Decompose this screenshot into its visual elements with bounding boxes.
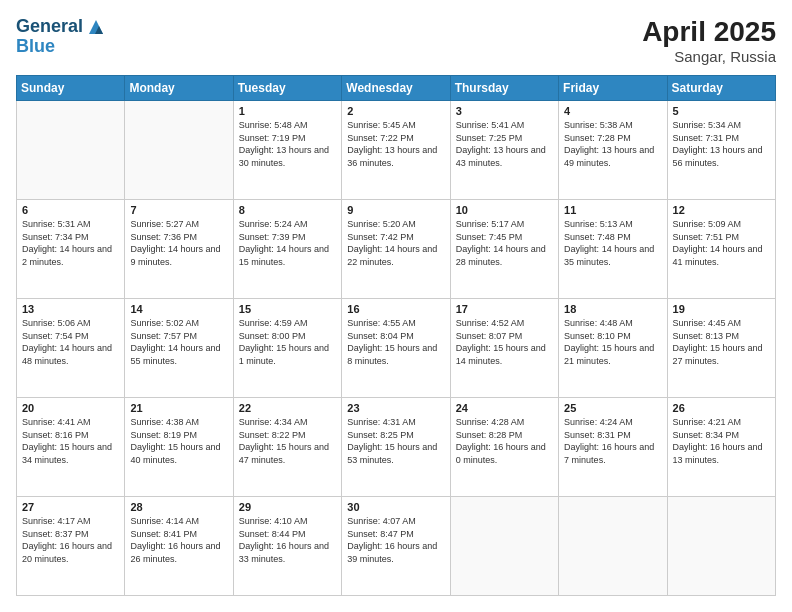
day-number: 25 [564,402,661,414]
day-number: 20 [22,402,119,414]
day-cell-1-5: 3Sunrise: 5:41 AM Sunset: 7:25 PM Daylig… [450,101,558,200]
day-info: Sunrise: 5:31 AM Sunset: 7:34 PM Dayligh… [22,218,119,268]
day-cell-2-6: 11Sunrise: 5:13 AM Sunset: 7:48 PM Dayli… [559,200,667,299]
day-cell-1-1 [17,101,125,200]
day-cell-2-3: 8Sunrise: 5:24 AM Sunset: 7:39 PM Daylig… [233,200,341,299]
day-info: Sunrise: 4:10 AM Sunset: 8:44 PM Dayligh… [239,515,336,565]
day-info: Sunrise: 4:28 AM Sunset: 8:28 PM Dayligh… [456,416,553,466]
calendar-table: SundayMondayTuesdayWednesdayThursdayFrid… [16,75,776,596]
week-row-5: 27Sunrise: 4:17 AM Sunset: 8:37 PM Dayli… [17,497,776,596]
day-cell-5-1: 27Sunrise: 4:17 AM Sunset: 8:37 PM Dayli… [17,497,125,596]
day-info: Sunrise: 5:27 AM Sunset: 7:36 PM Dayligh… [130,218,227,268]
day-info: Sunrise: 4:34 AM Sunset: 8:22 PM Dayligh… [239,416,336,466]
day-info: Sunrise: 5:09 AM Sunset: 7:51 PM Dayligh… [673,218,770,268]
weekday-header-tuesday: Tuesday [233,76,341,101]
day-cell-3-4: 16Sunrise: 4:55 AM Sunset: 8:04 PM Dayli… [342,299,450,398]
day-info: Sunrise: 5:13 AM Sunset: 7:48 PM Dayligh… [564,218,661,268]
logo-icon [85,16,107,38]
day-cell-1-7: 5Sunrise: 5:34 AM Sunset: 7:31 PM Daylig… [667,101,775,200]
day-info: Sunrise: 4:41 AM Sunset: 8:16 PM Dayligh… [22,416,119,466]
weekday-header-monday: Monday [125,76,233,101]
logo: General Blue [16,16,107,57]
day-number: 5 [673,105,770,117]
weekday-header-thursday: Thursday [450,76,558,101]
day-info: Sunrise: 4:14 AM Sunset: 8:41 PM Dayligh… [130,515,227,565]
day-cell-2-7: 12Sunrise: 5:09 AM Sunset: 7:51 PM Dayli… [667,200,775,299]
day-cell-4-4: 23Sunrise: 4:31 AM Sunset: 8:25 PM Dayli… [342,398,450,497]
day-info: Sunrise: 5:38 AM Sunset: 7:28 PM Dayligh… [564,119,661,169]
week-row-4: 20Sunrise: 4:41 AM Sunset: 8:16 PM Dayli… [17,398,776,497]
day-info: Sunrise: 5:41 AM Sunset: 7:25 PM Dayligh… [456,119,553,169]
day-number: 1 [239,105,336,117]
day-info: Sunrise: 4:21 AM Sunset: 8:34 PM Dayligh… [673,416,770,466]
weekday-header-wednesday: Wednesday [342,76,450,101]
weekday-header-saturday: Saturday [667,76,775,101]
day-cell-3-7: 19Sunrise: 4:45 AM Sunset: 8:13 PM Dayli… [667,299,775,398]
day-number: 2 [347,105,444,117]
day-info: Sunrise: 4:48 AM Sunset: 8:10 PM Dayligh… [564,317,661,367]
day-info: Sunrise: 4:52 AM Sunset: 8:07 PM Dayligh… [456,317,553,367]
week-row-2: 6Sunrise: 5:31 AM Sunset: 7:34 PM Daylig… [17,200,776,299]
day-cell-1-4: 2Sunrise: 5:45 AM Sunset: 7:22 PM Daylig… [342,101,450,200]
logo-text: General [16,16,107,38]
day-cell-5-4: 30Sunrise: 4:07 AM Sunset: 8:47 PM Dayli… [342,497,450,596]
day-cell-1-2 [125,101,233,200]
day-cell-5-3: 29Sunrise: 4:10 AM Sunset: 8:44 PM Dayli… [233,497,341,596]
month-title: April 2025 [642,16,776,48]
day-info: Sunrise: 4:07 AM Sunset: 8:47 PM Dayligh… [347,515,444,565]
day-cell-5-6 [559,497,667,596]
day-number: 6 [22,204,119,216]
day-number: 27 [22,501,119,513]
day-cell-2-1: 6Sunrise: 5:31 AM Sunset: 7:34 PM Daylig… [17,200,125,299]
day-info: Sunrise: 4:17 AM Sunset: 8:37 PM Dayligh… [22,515,119,565]
location-title: Sangar, Russia [642,48,776,65]
day-number: 16 [347,303,444,315]
day-number: 9 [347,204,444,216]
day-cell-4-1: 20Sunrise: 4:41 AM Sunset: 8:16 PM Dayli… [17,398,125,497]
day-cell-3-5: 17Sunrise: 4:52 AM Sunset: 8:07 PM Dayli… [450,299,558,398]
day-info: Sunrise: 5:45 AM Sunset: 7:22 PM Dayligh… [347,119,444,169]
day-number: 10 [456,204,553,216]
day-info: Sunrise: 5:20 AM Sunset: 7:42 PM Dayligh… [347,218,444,268]
day-cell-5-2: 28Sunrise: 4:14 AM Sunset: 8:41 PM Dayli… [125,497,233,596]
day-info: Sunrise: 4:55 AM Sunset: 8:04 PM Dayligh… [347,317,444,367]
day-cell-4-6: 25Sunrise: 4:24 AM Sunset: 8:31 PM Dayli… [559,398,667,497]
day-number: 28 [130,501,227,513]
day-info: Sunrise: 5:24 AM Sunset: 7:39 PM Dayligh… [239,218,336,268]
day-number: 26 [673,402,770,414]
day-number: 11 [564,204,661,216]
day-cell-1-3: 1Sunrise: 5:48 AM Sunset: 7:19 PM Daylig… [233,101,341,200]
day-number: 30 [347,501,444,513]
day-number: 3 [456,105,553,117]
day-info: Sunrise: 5:34 AM Sunset: 7:31 PM Dayligh… [673,119,770,169]
day-info: Sunrise: 5:17 AM Sunset: 7:45 PM Dayligh… [456,218,553,268]
day-info: Sunrise: 4:24 AM Sunset: 8:31 PM Dayligh… [564,416,661,466]
day-info: Sunrise: 4:38 AM Sunset: 8:19 PM Dayligh… [130,416,227,466]
day-number: 29 [239,501,336,513]
day-info: Sunrise: 4:31 AM Sunset: 8:25 PM Dayligh… [347,416,444,466]
day-cell-1-6: 4Sunrise: 5:38 AM Sunset: 7:28 PM Daylig… [559,101,667,200]
week-row-1: 1Sunrise: 5:48 AM Sunset: 7:19 PM Daylig… [17,101,776,200]
day-cell-2-5: 10Sunrise: 5:17 AM Sunset: 7:45 PM Dayli… [450,200,558,299]
day-cell-3-2: 14Sunrise: 5:02 AM Sunset: 7:57 PM Dayli… [125,299,233,398]
weekday-header-sunday: Sunday [17,76,125,101]
day-cell-4-7: 26Sunrise: 4:21 AM Sunset: 8:34 PM Dayli… [667,398,775,497]
day-number: 23 [347,402,444,414]
day-number: 19 [673,303,770,315]
day-cell-2-4: 9Sunrise: 5:20 AM Sunset: 7:42 PM Daylig… [342,200,450,299]
day-number: 12 [673,204,770,216]
day-cell-5-5 [450,497,558,596]
day-number: 8 [239,204,336,216]
page-header: General Blue April 2025 Sangar, Russia [16,16,776,65]
day-number: 15 [239,303,336,315]
weekday-header-row: SundayMondayTuesdayWednesdayThursdayFrid… [17,76,776,101]
title-block: April 2025 Sangar, Russia [642,16,776,65]
day-cell-3-1: 13Sunrise: 5:06 AM Sunset: 7:54 PM Dayli… [17,299,125,398]
day-cell-3-6: 18Sunrise: 4:48 AM Sunset: 8:10 PM Dayli… [559,299,667,398]
day-info: Sunrise: 4:45 AM Sunset: 8:13 PM Dayligh… [673,317,770,367]
day-info: Sunrise: 4:59 AM Sunset: 8:00 PM Dayligh… [239,317,336,367]
week-row-3: 13Sunrise: 5:06 AM Sunset: 7:54 PM Dayli… [17,299,776,398]
day-number: 14 [130,303,227,315]
day-number: 21 [130,402,227,414]
day-number: 4 [564,105,661,117]
